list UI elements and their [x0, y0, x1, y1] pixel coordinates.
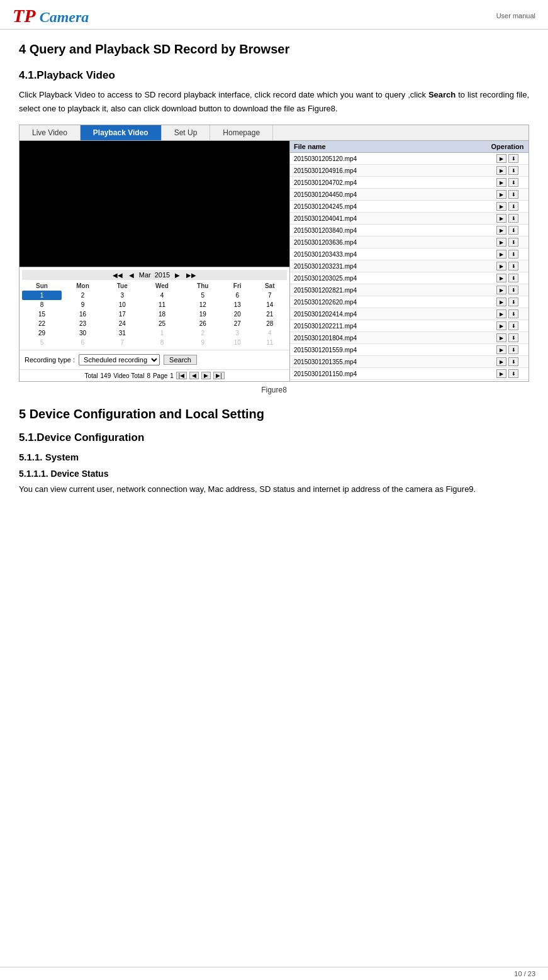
download-button[interactable]: ⬇ [508, 250, 518, 259]
file-row: 20150301203840.mp4▶⬇ [290, 225, 528, 237]
download-button[interactable]: ⬇ [508, 286, 518, 294]
download-button[interactable]: ⬇ [508, 202, 518, 211]
cal-cell[interactable]: 18 [140, 309, 183, 319]
cal-cell[interactable]: 23 [62, 319, 104, 328]
cal-cell[interactable]: 3 [222, 328, 252, 338]
download-button[interactable]: ⬇ [508, 333, 518, 342]
cal-cell[interactable]: 7 [252, 291, 287, 300]
cal-cell[interactable]: 8 [140, 338, 183, 347]
download-button[interactable]: ⬇ [508, 345, 518, 354]
file-ops: ▶⬇ [490, 238, 525, 247]
download-button[interactable]: ⬇ [508, 178, 518, 187]
cal-cell[interactable]: 3 [104, 291, 140, 300]
download-button[interactable]: ⬇ [508, 321, 518, 330]
download-button[interactable]: ⬇ [508, 238, 518, 247]
download-button[interactable]: ⬇ [508, 357, 518, 366]
cal-cell[interactable]: 29 [22, 328, 62, 338]
cal-prev[interactable]: ◀ [128, 272, 135, 279]
download-button[interactable]: ⬇ [508, 298, 518, 306]
download-button[interactable]: ⬇ [508, 226, 518, 235]
search-button[interactable]: Search [164, 355, 197, 365]
play-button[interactable]: ▶ [496, 274, 506, 282]
play-button[interactable]: ▶ [496, 345, 506, 354]
play-button[interactable]: ▶ [496, 286, 506, 294]
cal-cell[interactable]: 11 [140, 300, 183, 309]
download-button[interactable]: ⬇ [508, 369, 518, 378]
page-first[interactable]: |◀ [176, 372, 187, 379]
tab-setup[interactable]: Set Up [162, 125, 211, 140]
cal-cell[interactable]: 24 [104, 319, 140, 328]
cal-next[interactable]: ▶ [174, 272, 181, 279]
file-ops: ▶⬇ [490, 154, 525, 163]
download-button[interactable]: ⬇ [508, 262, 518, 270]
play-button[interactable]: ▶ [496, 369, 506, 378]
play-button[interactable]: ▶ [496, 166, 506, 175]
play-button[interactable]: ▶ [496, 190, 506, 199]
cal-cell[interactable]: 22 [22, 319, 62, 328]
cal-cell[interactable]: 1 [22, 291, 62, 300]
cal-cell[interactable]: 26 [184, 319, 223, 328]
play-button[interactable]: ▶ [496, 214, 506, 223]
page-next[interactable]: ▶ [201, 372, 211, 379]
cal-cell[interactable]: 25 [140, 319, 183, 328]
cal-cell[interactable]: 10 [222, 338, 252, 347]
cal-cell[interactable]: 1 [140, 328, 183, 338]
play-button[interactable]: ▶ [496, 202, 506, 211]
cal-cell[interactable]: 10 [104, 300, 140, 309]
cal-cell[interactable]: 11 [252, 338, 287, 347]
cal-cell[interactable]: 13 [222, 300, 252, 309]
tab-live-video[interactable]: Live Video [20, 125, 81, 140]
play-button[interactable]: ▶ [496, 178, 506, 187]
cal-cell[interactable]: 14 [252, 300, 287, 309]
cal-cell[interactable]: 4 [140, 291, 183, 300]
cal-cell[interactable]: 5 [184, 291, 223, 300]
download-button[interactable]: ⬇ [508, 154, 518, 163]
page-prev[interactable]: ◀ [189, 372, 199, 379]
cal-prev-prev[interactable]: ◀◀ [111, 272, 124, 279]
cal-cell[interactable]: 7 [104, 338, 140, 347]
cal-cell[interactable]: 16 [62, 309, 104, 319]
cal-cell[interactable]: 9 [62, 300, 104, 309]
play-button[interactable]: ▶ [496, 298, 506, 306]
cal-cell[interactable]: 6 [62, 338, 104, 347]
file-name: 20150301204916.mp4 [294, 167, 490, 174]
cal-cell[interactable]: 19 [184, 309, 223, 319]
download-button[interactable]: ⬇ [508, 274, 518, 282]
tab-playback-video[interactable]: Playback Video [81, 125, 162, 140]
cal-cell[interactable]: 5 [22, 338, 62, 347]
play-button[interactable]: ▶ [496, 238, 506, 247]
cal-cell[interactable]: 31 [104, 328, 140, 338]
download-button[interactable]: ⬇ [508, 190, 518, 199]
cal-cell[interactable]: 8 [22, 300, 62, 309]
recording-type-select[interactable]: Scheduled recording Motion detection All [79, 354, 160, 365]
cal-cell[interactable]: 4 [252, 328, 287, 338]
cal-cell[interactable]: 20 [222, 309, 252, 319]
tab-homepage[interactable]: Homepage [210, 125, 273, 140]
file-ops: ▶⬇ [490, 178, 525, 187]
cal-cell[interactable]: 17 [104, 309, 140, 319]
cal-next-next[interactable]: ▶▶ [185, 272, 198, 279]
page-last[interactable]: ▶| [213, 372, 224, 379]
cal-cell[interactable]: 28 [252, 319, 287, 328]
play-button[interactable]: ▶ [496, 333, 506, 342]
col-operation: Operation [490, 143, 525, 150]
cal-cell[interactable]: 30 [62, 328, 104, 338]
play-button[interactable]: ▶ [496, 154, 506, 163]
cal-cell[interactable]: 21 [252, 309, 287, 319]
cal-cell[interactable]: 27 [222, 319, 252, 328]
cal-cell[interactable]: 2 [62, 291, 104, 300]
play-button[interactable]: ▶ [496, 357, 506, 366]
download-button[interactable]: ⬇ [508, 309, 518, 318]
play-button[interactable]: ▶ [496, 321, 506, 330]
play-button[interactable]: ▶ [496, 250, 506, 259]
download-button[interactable]: ⬇ [508, 166, 518, 175]
cal-cell[interactable]: 6 [222, 291, 252, 300]
play-button[interactable]: ▶ [496, 226, 506, 235]
cal-cell[interactable]: 12 [184, 300, 223, 309]
download-button[interactable]: ⬇ [508, 214, 518, 223]
cal-cell[interactable]: 2 [184, 328, 223, 338]
play-button[interactable]: ▶ [496, 309, 506, 318]
cal-cell[interactable]: 9 [184, 338, 223, 347]
cal-cell[interactable]: 15 [22, 309, 62, 319]
play-button[interactable]: ▶ [496, 262, 506, 270]
